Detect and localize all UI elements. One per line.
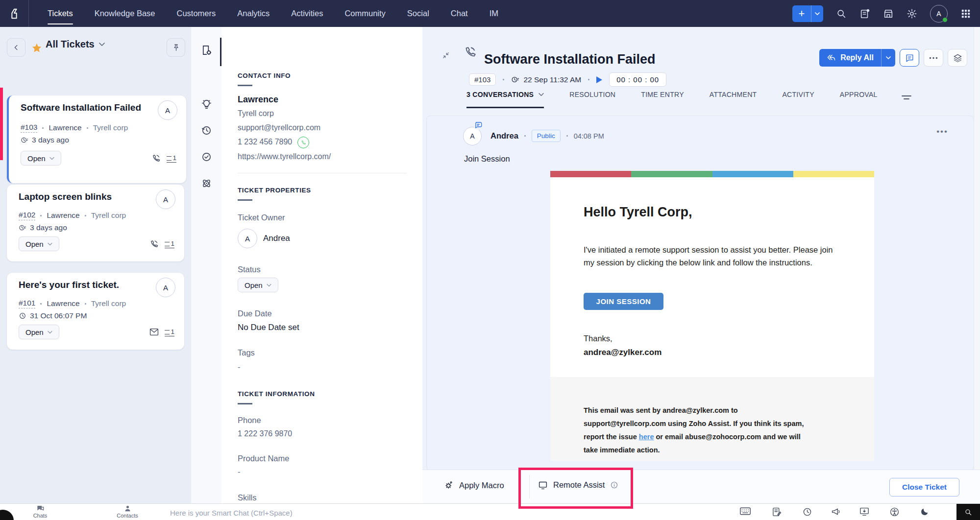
smart-chat-input[interactable] <box>169 504 612 520</box>
owner-avatar[interactable]: A <box>238 229 257 248</box>
approvals-check-icon[interactable] <box>201 151 212 163</box>
tags-value[interactable]: - <box>238 363 240 372</box>
contact-account[interactable]: Tyrell corp <box>238 109 274 118</box>
ticket-status-dropdown[interactable]: Open <box>19 325 59 339</box>
chats-tab[interactable]: Chats <box>21 505 60 519</box>
tab-activities[interactable]: Activities <box>291 0 323 27</box>
tab-analytics[interactable]: Analytics <box>237 0 270 27</box>
ticket-account[interactable]: Tyrell corp <box>91 299 126 308</box>
owner-name[interactable]: Andrea <box>263 234 290 243</box>
recent-activity-icon[interactable] <box>803 507 812 517</box>
contact-email[interactable]: support@tyrellcorp.com <box>238 123 320 132</box>
remote-assist-button[interactable]: Remote Assist <box>538 480 618 490</box>
conversation-sort-icon[interactable] <box>902 95 911 100</box>
tab-activity[interactable]: ACTIVITY <box>782 91 814 100</box>
tab-chat[interactable]: Chat <box>451 0 468 27</box>
user-avatar[interactable]: A <box>930 5 948 23</box>
timer-play-button[interactable] <box>596 76 602 83</box>
contact-website[interactable]: https://www.tyrellcorp.com/ <box>238 152 331 161</box>
settings-gear-icon[interactable] <box>906 8 917 19</box>
join-session-button[interactable]: JOIN SESSION <box>584 293 663 310</box>
view-selector[interactable]: All Tickets <box>46 39 105 50</box>
timer-display[interactable]: 00 : 00 : 00 <box>609 72 666 87</box>
collapse-view-icon[interactable] <box>441 50 451 60</box>
report-spam-link[interactable]: here <box>639 433 654 441</box>
info-icon[interactable] <box>610 481 618 489</box>
contact-phone[interactable]: 1 232 456 7890 <box>238 138 292 146</box>
ticket-id[interactable]: #102 <box>19 211 35 220</box>
ticket-properties-icon[interactable] <box>201 45 212 56</box>
feedback-form-icon[interactable] <box>772 507 781 517</box>
reply-all-button[interactable]: Reply All <box>819 49 895 67</box>
announcement-icon[interactable] <box>831 507 841 516</box>
insights-bulb-icon[interactable] <box>201 98 212 110</box>
ticket-status-dropdown[interactable]: Open <box>19 236 59 251</box>
reply-options-caret[interactable] <box>881 49 895 67</box>
ticket-subject[interactable]: Here's your first ticket. <box>19 280 119 290</box>
tab-social[interactable]: Social <box>407 0 429 27</box>
tab-resolution[interactable]: RESOLUTION <box>569 91 615 100</box>
dark-mode-moon-icon[interactable] <box>920 507 929 516</box>
comment-button[interactable] <box>900 49 919 67</box>
close-ticket-button[interactable]: Close Ticket <box>889 478 959 496</box>
tab-time-entry[interactable]: TIME ENTRY <box>641 91 684 100</box>
keyboard-icon[interactable] <box>740 507 751 515</box>
conversation-author[interactable]: Andrea <box>490 131 518 141</box>
ticket-account[interactable]: Tyrell corp <box>91 211 126 220</box>
tab-approval[interactable]: APPROVAL <box>840 91 878 100</box>
product-name-value[interactable]: - <box>238 468 240 476</box>
ticket-card[interactable]: Software Installation Failed A #103 Lawr… <box>7 95 186 183</box>
apply-macro-button[interactable]: Apply Macro <box>444 480 504 490</box>
chat-widget-blob[interactable] <box>0 510 14 520</box>
thread-count[interactable]: 1 <box>167 154 176 163</box>
quick-create-button[interactable]: + <box>792 5 823 22</box>
notifications-icon[interactable] <box>859 8 870 19</box>
conversation-subject[interactable]: Join Session <box>464 154 510 164</box>
ticket-contact[interactable]: Lawrence <box>47 211 79 220</box>
due-date-value[interactable]: No Due Date set <box>238 323 299 332</box>
ticket-card[interactable]: Laptop screen blinks A #102 Lawrence Tyr… <box>7 185 184 261</box>
marketplace-icon[interactable] <box>883 8 894 19</box>
apps-grid-icon[interactable] <box>960 8 971 19</box>
conversation-more-icon[interactable]: ••• <box>936 127 948 137</box>
thread-count[interactable]: 1 <box>165 328 174 336</box>
history-icon[interactable] <box>201 125 212 136</box>
quick-create-caret[interactable] <box>811 5 823 22</box>
tab-conversations[interactable]: 3 CONVERSATIONS <box>466 91 544 100</box>
collapse-list-button[interactable] <box>7 38 25 57</box>
ticket-contact[interactable]: Lawrence <box>47 299 79 308</box>
contacts-tab[interactable]: Contacts <box>108 505 147 519</box>
tab-attachment[interactable]: ATTACHMENT <box>710 91 757 100</box>
screenshare-icon[interactable] <box>859 507 869 516</box>
scrollbar-track[interactable] <box>974 27 980 470</box>
ticket-card[interactable]: Here's your first ticket. A #101 Lawrenc… <box>7 273 184 350</box>
ticket-subject[interactable]: Laptop screen blinks <box>19 191 112 202</box>
tab-community[interactable]: Community <box>344 0 385 27</box>
contact-name[interactable]: Lawrence <box>238 95 278 105</box>
global-search-button[interactable] <box>956 504 980 520</box>
pin-button[interactable] <box>167 38 185 57</box>
ticket-id[interactable]: #103 <box>21 123 37 133</box>
zoho-desk-logo[interactable] <box>0 0 29 27</box>
layers-button[interactable] <box>948 49 967 67</box>
tab-knowledge-base[interactable]: Knowledge Base <box>95 0 155 27</box>
tab-customers[interactable]: Customers <box>177 0 216 27</box>
ticket-account[interactable]: Tyrell corp <box>93 123 128 132</box>
search-icon[interactable] <box>836 8 847 19</box>
ticket-id-chip[interactable]: #103 <box>469 73 496 86</box>
integrations-atom-icon[interactable] <box>201 178 212 189</box>
ticket-subject[interactable]: Software Installation Failed <box>21 102 141 113</box>
ticket-status-dropdown[interactable]: Open <box>21 151 61 165</box>
tab-im[interactable]: IM <box>490 0 498 27</box>
thread-count[interactable]: 1 <box>165 240 174 248</box>
ticket-contact[interactable]: Lawrence <box>49 123 81 132</box>
visibility-badge[interactable]: Public <box>532 130 561 142</box>
tab-tickets[interactable]: Tickets <box>48 0 73 27</box>
ticket-id[interactable]: #101 <box>19 299 35 308</box>
phone-value[interactable]: 1 222 376 9870 <box>238 429 292 438</box>
more-actions-button[interactable] <box>924 49 943 67</box>
whatsapp-icon[interactable] <box>297 137 309 148</box>
accessibility-icon[interactable] <box>890 507 899 517</box>
favorite-star-icon[interactable] <box>31 43 42 53</box>
plus-icon[interactable]: + <box>792 5 811 22</box>
